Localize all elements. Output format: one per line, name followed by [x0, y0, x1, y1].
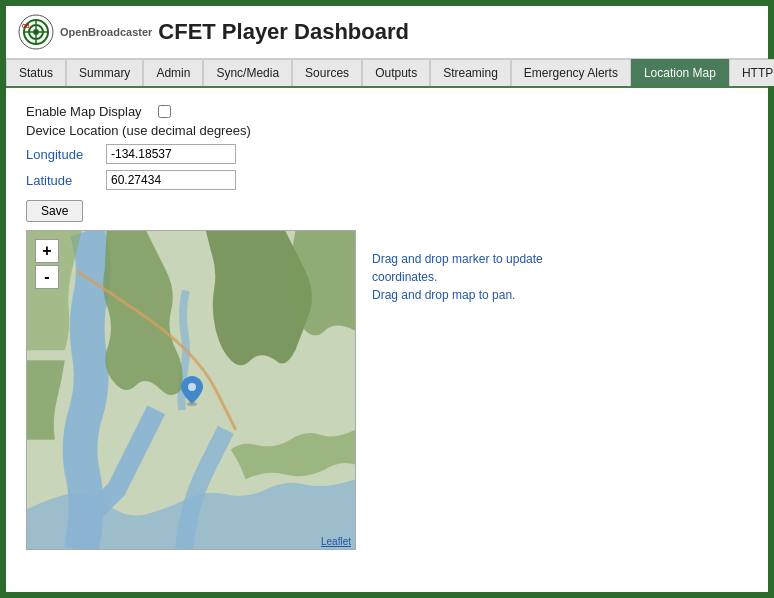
- tab-outputs[interactable]: Outputs: [362, 59, 430, 86]
- marker-icon: [181, 376, 203, 406]
- nav-bar: Status Summary Admin Sync/Media Sources …: [6, 59, 768, 88]
- map-hint-line2: Drag and drop map to pan.: [372, 286, 592, 304]
- enable-map-checkbox[interactable]: [158, 105, 171, 118]
- map-hint: Drag and drop marker to update coordinat…: [372, 250, 592, 304]
- logo-icon: OB: [18, 14, 54, 50]
- longitude-row: Longitude: [26, 144, 748, 164]
- latitude-label: Latitude: [26, 173, 106, 188]
- tab-summary[interactable]: Summary: [66, 59, 143, 86]
- map-zoom-controls: + -: [35, 239, 59, 289]
- enable-map-label: Enable Map Display: [26, 104, 142, 119]
- tab-status[interactable]: Status: [6, 59, 66, 86]
- leaflet-credit[interactable]: Leaflet: [321, 536, 351, 547]
- latitude-row: Latitude: [26, 170, 748, 190]
- tab-sources[interactable]: Sources: [292, 59, 362, 86]
- latitude-input[interactable]: [106, 170, 236, 190]
- svg-text:OB: OB: [22, 23, 30, 29]
- save-button[interactable]: Save: [26, 200, 83, 222]
- logo-text: OpenBroadcaster: [60, 26, 152, 38]
- logo: OB OpenBroadcaster: [18, 14, 152, 50]
- main-content: Enable Map Display Device Location (use …: [6, 88, 768, 566]
- zoom-in-button[interactable]: +: [35, 239, 59, 263]
- tab-admin[interactable]: Admin: [143, 59, 203, 86]
- device-location-label: Device Location (use decimal degrees): [26, 123, 748, 138]
- map-section: rcross + - Leaflet: [26, 230, 748, 550]
- tab-location-map[interactable]: Location Map: [631, 59, 729, 86]
- header: OB OpenBroadcaster CFET Player Dashboard: [6, 6, 768, 59]
- tab-https-admin[interactable]: HTTP(S) Admin: [729, 59, 774, 86]
- tab-emergency-alerts[interactable]: Emergency Alerts: [511, 59, 631, 86]
- svg-point-10: [188, 383, 196, 391]
- map-hint-line1: Drag and drop marker to update coordinat…: [372, 250, 592, 286]
- tab-streaming[interactable]: Streaming: [430, 59, 511, 86]
- longitude-input[interactable]: [106, 144, 236, 164]
- map-container[interactable]: rcross + - Leaflet: [26, 230, 356, 550]
- zoom-out-button[interactable]: -: [35, 265, 59, 289]
- enable-map-row: Enable Map Display: [26, 104, 748, 119]
- tab-syncmedia[interactable]: Sync/Media: [203, 59, 292, 86]
- map-marker[interactable]: [181, 376, 203, 409]
- page-title: CFET Player Dashboard: [158, 19, 409, 45]
- longitude-label: Longitude: [26, 147, 106, 162]
